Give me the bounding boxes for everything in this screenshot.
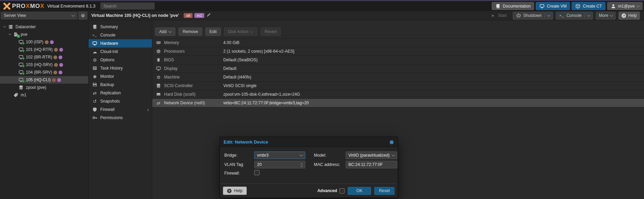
tree-item-100-isp[interactable]: 100 (ISP)	[0, 38, 88, 46]
dialog-body: Bridge: vmbr3 Model: VirtIO (paravirtual…	[220, 147, 398, 176]
console-icon: >_	[92, 32, 98, 38]
help-button[interactable]: Help	[619, 12, 640, 20]
chevron-down-icon	[72, 13, 75, 17]
reset-button[interactable]: Reset	[374, 187, 395, 195]
hw-row-memory[interactable]: Memory4.00 GiB	[152, 39, 644, 47]
close-icon[interactable]	[389, 139, 394, 145]
tree-settings-button[interactable]: ⚙	[79, 12, 87, 20]
ok-button[interactable]: OK	[348, 187, 371, 195]
tree-item-pve[interactable]: ✓pve	[0, 31, 88, 38]
nav-item-permissions[interactable]: Permissions	[89, 114, 152, 122]
running-play-icon	[23, 80, 25, 83]
hdd-icon	[156, 92, 161, 97]
mac-address-label: MAC address:	[314, 162, 346, 167]
header-button-create-vm[interactable]: Create VM	[536, 2, 570, 10]
mac-address-field[interactable]: BC:24:11:72:77:0F	[346, 161, 397, 168]
firewall-label: Firewall:	[224, 171, 254, 176]
vlan-tag-spinner[interactable]: 20	[254, 161, 305, 168]
running-play-icon	[23, 65, 25, 67]
cube-icon	[575, 3, 581, 9]
tree-item-105-hq-cli[interactable]: 105 (HQ-CLI)	[0, 76, 88, 84]
advanced-toggle: Advanced	[317, 188, 345, 193]
app-header: PROXMOX Virtual Environment 8.1.3 Docume…	[0, 1, 644, 11]
nav-item-replication[interactable]: ⇄Replication	[89, 89, 152, 97]
guest-actions: ▶StartShutdown>_ConsoleMoreHelp	[487, 12, 640, 20]
nav-item-console[interactable]: >_Console	[89, 31, 152, 39]
guest-header: Virtual Machine 105 (HQ-CLI) on node 'pv…	[89, 11, 644, 20]
nav-item-task-history[interactable]: Task History	[89, 64, 152, 72]
nav-item-monitor[interactable]: ◉Monitor	[89, 72, 152, 81]
hw-row-network-device-net0[interactable]: ⇄Network Device (net0)virtio=BC:24:11:72…	[152, 99, 644, 107]
nav-item-backup[interactable]: Backup	[89, 81, 152, 89]
tag-list: altm1	[184, 13, 204, 18]
nav-item-cloud-init[interactable]: ☁Cloud-Init	[89, 48, 152, 56]
nav-item-options[interactable]: ⚙Options	[89, 56, 152, 64]
label: Remove	[183, 29, 198, 34]
nav-item-firewall[interactable]: Firewall	[89, 105, 152, 114]
advanced-checkbox[interactable]	[339, 188, 345, 193]
edit-tags-pencil-icon[interactable]	[206, 13, 211, 18]
node-icon: ✓	[13, 32, 19, 37]
tree-item-datacenter[interactable]: Datacenter	[0, 23, 88, 31]
play-icon: ▶	[490, 13, 496, 18]
hw-row-value: VirtIO SCSI single	[223, 83, 256, 88]
label: More	[599, 13, 608, 18]
dialog-header[interactable]: Edit: Network Device	[220, 137, 398, 147]
vm-icon	[18, 77, 24, 83]
revert-button: Revert	[260, 28, 281, 36]
hw-row-display[interactable]: DisplayDefault	[152, 64, 644, 73]
firewall-checkbox[interactable]	[254, 170, 259, 175]
floppy-icon	[92, 82, 98, 87]
add-button[interactable]: Add	[155, 28, 175, 36]
tag-chip-alt: alt	[184, 13, 193, 18]
model-value: VirtIO (paravirtualized)	[348, 153, 390, 158]
tree-item-102-br-rtr[interactable]: 102 (BR-RTR)	[0, 53, 88, 61]
tree-item-103-hq-srv[interactable]: 103 (HQ-SRV)	[0, 61, 88, 69]
hw-row-label: Display	[156, 66, 223, 71]
tag-icon	[13, 92, 19, 98]
dialog-help-button[interactable]: Help	[223, 187, 247, 195]
scsi-icon	[156, 83, 161, 88]
label: Backup	[100, 82, 114, 87]
header-button-m1-pve[interactable]: m1@pve	[607, 2, 643, 10]
nav-item-snapshots[interactable]: ↺Snapshots	[89, 97, 152, 105]
header-button-create-ct[interactable]: Create CT	[572, 2, 605, 10]
shutdown-button[interactable]: Shutdown	[513, 12, 553, 20]
tree-item-m1[interactable]: m1	[0, 91, 88, 99]
spinner-buttons[interactable]	[301, 163, 303, 167]
tree-item-zpool-pve[interactable]: zpool (pve)	[0, 84, 88, 91]
label: Hardware	[100, 41, 118, 46]
tree-item-101-hq-rtr[interactable]: 101 (HQ-RTR)	[0, 46, 88, 53]
tree-item-104-br-srv[interactable]: 104 (BR-SRV)	[0, 69, 88, 76]
hw-row-processors[interactable]: Processors2 (1 sockets, 2 cores) [x86-64…	[152, 47, 644, 56]
header-button-documentation[interactable]: Documentation	[492, 2, 534, 10]
tag-dot	[59, 55, 62, 59]
hw-row-hard-disk-scsi0[interactable]: Hard Disk (scsi0)zpool:vm-105-disk-0,iot…	[152, 90, 644, 99]
hw-row-scsi-controller[interactable]: SCSI ControllerVirtIO SCSI single	[152, 82, 644, 90]
label: 101 (HQ-RTR)	[26, 47, 53, 52]
search-input[interactable]	[100, 2, 155, 10]
remove-button[interactable]: Remove	[178, 28, 202, 36]
hw-row-machine[interactable]: ⚙MachineDefault (i440fx)	[152, 73, 644, 82]
label: Datacenter	[16, 24, 36, 29]
view-selector[interactable]: Server View	[1, 12, 77, 19]
collapse-chevron-icon[interactable]	[8, 34, 12, 35]
disk-action-button: Disk Action	[224, 28, 257, 36]
console-button[interactable]: >_Console	[556, 12, 593, 20]
guest-nav-menu: Summary>_ConsoleHardware☁Cloud-Init⚙Opti…	[89, 20, 152, 199]
more-button[interactable]: More	[596, 12, 616, 20]
label: Processors	[164, 49, 185, 54]
collapse-chevron-icon[interactable]	[3, 27, 7, 27]
chevron-down-icon	[610, 13, 613, 17]
hw-row-bios[interactable]: BIOSDefault (SeaBIOS)	[152, 56, 644, 64]
gear-icon: ⚙	[92, 57, 98, 63]
edit-button[interactable]: Edit	[205, 28, 221, 36]
label: 103 (HQ-SRV)	[26, 62, 53, 67]
toolbar-row: Server View ⚙ Virtual Machine 105 (HQ-CL…	[0, 11, 644, 20]
nav-item-hardware[interactable]: Hardware	[89, 39, 152, 48]
model-combobox[interactable]: VirtIO (paravirtualized)	[346, 151, 397, 159]
nav-item-summary[interactable]: Summary	[89, 23, 152, 31]
label: 100 (ISP)	[26, 40, 43, 44]
memory-icon	[156, 40, 161, 45]
bridge-combobox[interactable]: vmbr3	[254, 151, 305, 159]
